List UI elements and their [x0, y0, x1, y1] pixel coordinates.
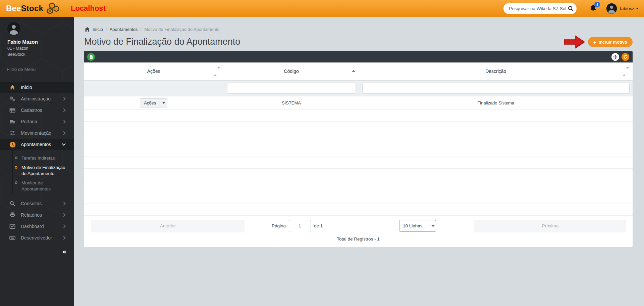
filter-cell-acoes [84, 80, 224, 96]
breadcrumb-apontamentos[interactable]: Apontamentos [110, 27, 138, 32]
user-menu[interactable]: fabiosz [620, 6, 639, 11]
breadcrumb-separator: / [106, 27, 107, 32]
sidebar-item-label: Cadastros [21, 107, 42, 113]
column-header-label: Descrição [485, 69, 506, 74]
next-page-button[interactable]: Próximo [474, 220, 626, 232]
chevron-down-icon [62, 142, 65, 145]
wiki-search-input[interactable] [503, 3, 577, 14]
wiki-search [503, 3, 577, 14]
add-motivo-button[interactable]: + Incluir motivo [588, 37, 633, 47]
page-size-select[interactable]: 10 Linhas [399, 220, 436, 232]
keyboard-icon [9, 235, 18, 241]
column-header-descricao[interactable]: Descrição [359, 62, 633, 80]
submenu-item-label: Motivo de Finalização do Apontamento [21, 165, 65, 176]
sidebar-item-cadastros[interactable]: Cadastros [0, 104, 74, 116]
plus-icon: + [593, 39, 596, 45]
empty-table-row [84, 121, 633, 133]
export-excel-button[interactable]: x [87, 53, 95, 61]
menu-filter-input[interactable] [7, 66, 67, 74]
page-title: Motivo de Finalização do Apontamento [84, 37, 644, 47]
user-avatar[interactable] [606, 3, 617, 14]
sort-icon [623, 69, 629, 74]
sidebar-item-relatorios[interactable]: Relatórios [0, 209, 74, 221]
page-label: Página [272, 223, 286, 228]
chevron-right-icon [62, 213, 65, 217]
row-actions-button[interactable]: Ações [140, 98, 160, 107]
row-actions-cell: Ações [84, 96, 224, 110]
notification-badge: 1 [594, 2, 600, 7]
refresh-grid-button[interactable] [622, 53, 629, 61]
search-icon[interactable] [568, 5, 574, 12]
breadcrumb-inicio[interactable]: Início [93, 27, 103, 32]
brand-logo[interactable]: BeeStock [6, 2, 59, 15]
notifications-button[interactable]: 1 [589, 4, 597, 12]
sidebar-user-company: BeeStock [7, 52, 74, 57]
row-codigo-cell: SISTEMA [224, 96, 359, 110]
grid-toolbar: x [84, 51, 633, 62]
submenu-item-motivo-finalizacao[interactable]: Motivo de Finalização do Apontamento [0, 163, 74, 178]
column-header-acoes[interactable]: Ações [84, 62, 224, 80]
breadcrumb-current: Motivo de Finalização do Apontamento [144, 27, 219, 32]
sidebar-menu: Início Administração [0, 82, 74, 244]
sidebar-user-name: Fabio Mazon [7, 39, 74, 45]
previous-page-button[interactable]: Anterior [91, 220, 245, 232]
grid-header-row: Ações Código Descrição [84, 62, 633, 80]
empty-table-row [84, 145, 633, 157]
column-header-codigo[interactable]: Código [224, 62, 359, 80]
main-content: Início / Apontamentos / Motivo de Finali… [74, 17, 644, 306]
breadcrumb-separator: / [141, 27, 142, 32]
bullet-icon [15, 166, 17, 169]
sidebar-user-card: Fabio Mazon 01 - Mazon BeeStock [0, 17, 74, 57]
empty-table-row [84, 192, 633, 204]
sidebar-item-portaria[interactable]: Portaria [0, 116, 74, 127]
page-number-group: Página de 1 [272, 220, 323, 232]
topbar-right: 1 fabiosz [503, 3, 639, 14]
brand-bee: Bee [6, 4, 21, 13]
chevron-right-icon [62, 236, 65, 239]
row-actions-caret-button[interactable] [160, 98, 167, 107]
sidebar-item-apontamentos[interactable]: Apontamentos [0, 139, 74, 150]
column-header-label: Ações [147, 69, 160, 74]
sidebar-item-movimentacao[interactable]: Movimentação [0, 127, 74, 139]
caret-down-icon [162, 102, 165, 104]
sidebar-item-label: Administração [21, 96, 51, 101]
sidebar-collapse-button[interactable]: « [62, 248, 66, 255]
sidebar-item-consultas[interactable]: Consultas [0, 198, 74, 209]
empty-table-row [84, 157, 633, 168]
empty-table-row [84, 168, 633, 180]
submenu-item-monitor-apontamentos[interactable]: Monitor de Apontamentos [0, 178, 74, 194]
sidebar-user-profile: 01 - Mazon [7, 46, 74, 51]
brand-stock: Stock [21, 4, 43, 13]
sidebar-item-label: Relatórios [21, 212, 42, 218]
sidebar-item-label: Portaria [21, 119, 37, 124]
page-of-label: de 1 [314, 223, 323, 228]
apontamentos-submenu: Tarefas Indiretas Motivo de Finalização … [0, 150, 74, 198]
table-row: Ações SISTEMA Finalizado Sistema [84, 96, 633, 110]
sidebar-item-label: Dashboard [21, 224, 44, 229]
bullet-icon [15, 157, 17, 159]
sidebar-item-inicio[interactable]: Início [0, 82, 74, 93]
exchange-arrows-icon [9, 130, 18, 136]
row-actions-dropdown: Ações [140, 98, 167, 107]
chevron-right-icon [62, 224, 65, 228]
column-header-label: Código [284, 69, 299, 74]
sidebar-item-desenvolvedor[interactable]: Desenvolvedor [0, 232, 74, 244]
sidebar-item-label: Início [21, 85, 32, 90]
empty-table-row [84, 133, 633, 145]
sidebar-item-label: Desenvolvedor [21, 235, 52, 241]
row-descricao-cell: Finalizado Sistema [359, 96, 633, 110]
sidebar-item-dashboard[interactable]: Dashboard [0, 221, 74, 232]
topbar: BeeStock Localhost [0, 0, 644, 17]
sidebar-item-administracao[interactable]: Administração [0, 93, 74, 104]
menu-filter [7, 66, 67, 74]
environment-label: Localhost [71, 4, 106, 13]
truck-icon [9, 119, 18, 125]
sidebar-item-label: Movimentação [21, 130, 51, 136]
sidebar-item-label: Apontamentos [21, 142, 51, 147]
filter-input-codigo[interactable] [227, 83, 356, 94]
magnifier-icon [9, 201, 18, 207]
submenu-item-tarefas-indiretas[interactable]: Tarefas Indiretas [0, 154, 74, 163]
move-grid-button[interactable] [611, 53, 619, 61]
filter-input-descricao[interactable] [362, 83, 630, 94]
page-number-input[interactable] [289, 220, 311, 232]
